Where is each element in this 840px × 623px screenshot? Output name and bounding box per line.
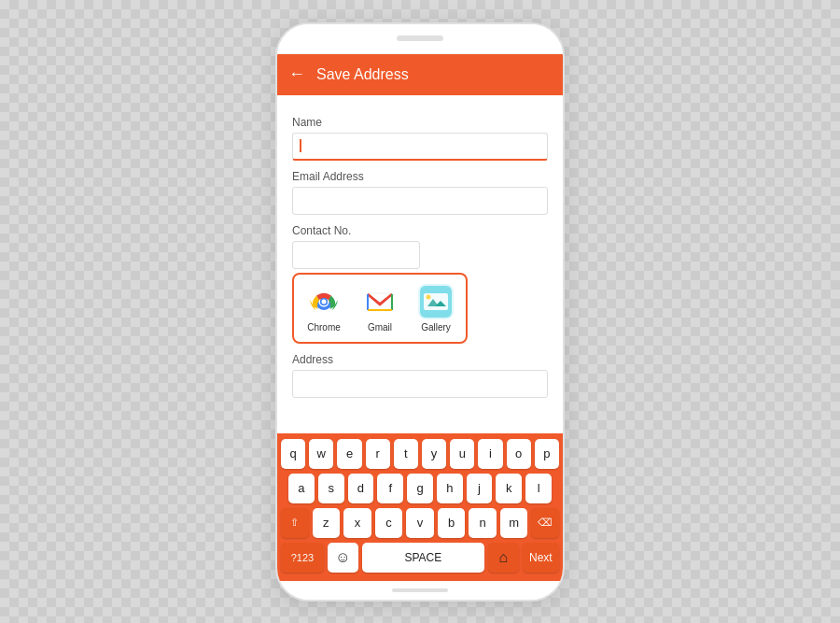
backspace-key[interactable]: ⌫ [531, 508, 559, 538]
contact-label: Contact No. [292, 224, 548, 237]
key-m[interactable]: m [500, 508, 528, 538]
app-suggestions-popup: Chrome [292, 273, 548, 344]
gallery-icon [420, 286, 452, 318]
gmail-icon [364, 286, 396, 318]
keyboard-bottom-row: ?123 ☺ SPACE ⌂ Next [281, 543, 559, 573]
text-cursor [300, 139, 301, 152]
address-section: Address [292, 353, 548, 398]
suggestions-container: Chrome [292, 273, 468, 344]
key-b[interactable]: b [438, 508, 466, 538]
keyboard: q w e r t y u i o p a s d f g h j k [277, 433, 563, 581]
key-r[interactable]: r [366, 439, 390, 469]
name-label: Name [292, 116, 548, 129]
key-i[interactable]: i [478, 439, 502, 469]
key-t[interactable]: t [394, 439, 418, 469]
key-n[interactable]: n [469, 508, 497, 538]
key-o[interactable]: o [507, 439, 531, 469]
key-h[interactable]: h [437, 474, 463, 503]
numbers-key[interactable]: ?123 [281, 543, 324, 573]
key-k[interactable]: k [496, 474, 522, 503]
keyboard-row-1: q w e r t y u i o p [281, 439, 559, 469]
space-key[interactable]: SPACE [362, 543, 484, 573]
email-input[interactable] [292, 187, 548, 215]
key-u[interactable]: u [450, 439, 474, 469]
key-s[interactable]: s [318, 474, 344, 503]
key-c[interactable]: c [375, 508, 403, 538]
chrome-icon-wrap [306, 284, 342, 319]
gmail-icon-wrap [362, 284, 398, 319]
chrome-label: Chrome [307, 322, 341, 333]
contact-input[interactable] [292, 241, 420, 269]
key-w[interactable]: w [309, 439, 333, 469]
key-j[interactable]: j [467, 474, 493, 503]
gallery-icon-wrap [418, 284, 454, 319]
app-gmail[interactable]: Gmail [354, 280, 406, 336]
key-v[interactable]: v [406, 508, 434, 538]
key-l[interactable]: l [525, 474, 552, 503]
key-z[interactable]: z [313, 508, 341, 538]
next-key[interactable]: Next [523, 543, 559, 573]
phone-speaker [397, 35, 443, 41]
key-d[interactable]: d [348, 474, 374, 503]
home-indicator [392, 588, 448, 592]
home-key[interactable]: ⌂ [488, 543, 519, 573]
form-area: Name Email Address Contact No. [277, 95, 563, 433]
gallery-label: Gallery [421, 322, 451, 333]
app-gallery[interactable]: Gallery [410, 280, 462, 336]
name-input[interactable] [292, 133, 548, 161]
gmail-label: Gmail [368, 322, 392, 333]
app-header: ← Save Address [277, 54, 563, 95]
key-e[interactable]: e [337, 439, 361, 469]
svg-point-5 [322, 299, 327, 304]
address-label: Address [292, 353, 548, 366]
key-f[interactable]: f [377, 474, 403, 503]
phone-top [277, 24, 563, 54]
key-a[interactable]: a [288, 474, 315, 503]
chrome-icon [308, 286, 340, 318]
app-content: ← Save Address Name Email Address Contac… [277, 54, 563, 581]
key-y[interactable]: y [422, 439, 446, 469]
address-input[interactable] [292, 370, 548, 398]
key-x[interactable]: x [343, 508, 371, 538]
back-button[interactable]: ← [288, 64, 305, 84]
phone-bottom [277, 581, 563, 600]
shift-key[interactable]: ⇧ [281, 508, 309, 538]
key-p[interactable]: p [535, 439, 559, 469]
emoji-key[interactable]: ☺ [328, 543, 358, 573]
keyboard-row-2: a s d f g h j k l [281, 474, 559, 503]
key-g[interactable]: g [407, 474, 433, 503]
key-q[interactable]: q [281, 439, 305, 469]
email-label: Email Address [292, 170, 548, 183]
page-title: Save Address [316, 66, 409, 83]
phone-frame: ← Save Address Name Email Address Contac… [275, 22, 565, 602]
keyboard-row-3: ⇧ z x c v b n m ⌫ [281, 508, 559, 538]
app-chrome[interactable]: Chrome [298, 280, 350, 336]
svg-point-15 [427, 294, 431, 299]
